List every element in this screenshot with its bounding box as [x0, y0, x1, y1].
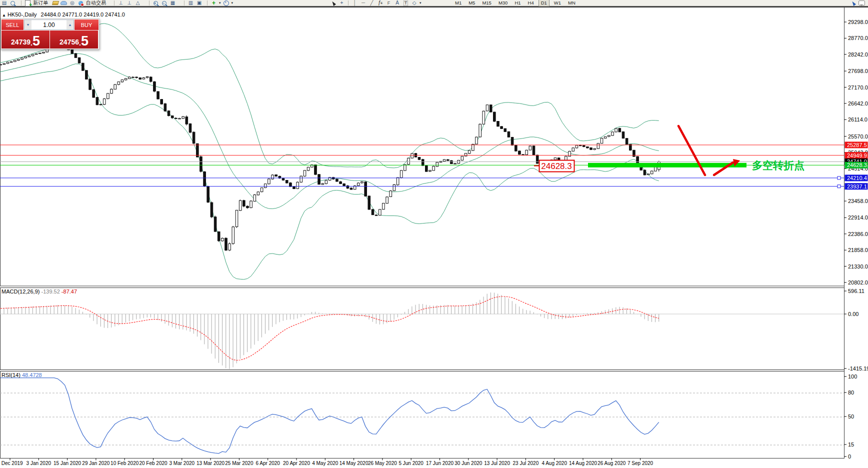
tile-windows-icon[interactable]: ▦ — [170, 0, 176, 6]
new-order-label[interactable]: 新订单 — [33, 0, 48, 6]
date-tick-label: 15 Jan 2020 — [54, 460, 81, 466]
separator — [348, 0, 348, 6]
price-axis: 29298.028770.028242.027698.027170.026642… — [844, 19, 868, 286]
date-tick-label: 3 Jan 2020 — [26, 460, 52, 466]
chart-shift-icon[interactable]: ⊥ — [118, 0, 124, 6]
price-marker-label: 25287.5 — [847, 142, 867, 148]
toolbar-group-zoom: + − ▦ — [148, 0, 176, 6]
timeframe-button-H1[interactable]: H1 — [512, 0, 523, 6]
date-tick-label: 4 May 2020 — [312, 460, 338, 466]
date-tick-label: 30 Jun 2020 — [454, 460, 482, 466]
toolbar: ▤ 新订单 ◎ 自动交易 ⊥ ⊥ △ + − ▦ ▥ — [0, 0, 868, 7]
toolbar-group-chartmode: ⊥ ⊥ △ — [113, 0, 141, 6]
text-label-icon[interactable]: T — [402, 0, 409, 6]
collapse-triangle-icon[interactable]: ▲ — [2, 13, 6, 18]
date-tick-label: 25 Mar 2020 — [225, 460, 254, 466]
bid-price[interactable]: 24739.5 — [2, 30, 50, 48]
date-tick-label: 29 Jan 2020 — [82, 460, 110, 466]
trendline-icon[interactable]: ╱ — [368, 0, 375, 6]
chevron-down-icon[interactable]: ▾ — [219, 1, 221, 5]
zoom-in-icon[interactable]: + — [152, 0, 159, 6]
scale-fix-icon[interactable]: △ — [134, 0, 141, 6]
volume-input[interactable]: 1.00 — [32, 20, 66, 30]
timeframe-button-W1[interactable]: W1 — [552, 0, 564, 6]
chevron-down-icon[interactable]: ▾ — [420, 1, 422, 5]
separator — [207, 0, 208, 6]
toolbar-group-order: 新订单 — [20, 0, 48, 6]
support-zone-bar[interactable] — [588, 163, 746, 168]
chart-window-icon[interactable]: ▥ — [188, 0, 194, 6]
price-marker-label: 23937.1 — [847, 184, 867, 190]
ohlc-values: 24484.0 24771.0 24419.0 24741.0 — [41, 12, 125, 18]
timeframe-button-M1[interactable]: M1 — [452, 0, 464, 6]
price-tick-label: 21858.0 — [848, 247, 868, 253]
equidistant-channel-icon[interactable]: ƒE — [377, 0, 384, 6]
toolbar-group-indicators: + ▾ ▾ — [206, 0, 233, 6]
price-box-annotation: 24628.3 — [534, 160, 574, 172]
ask-int: 24756 — [60, 37, 79, 47]
zoom-out-icon[interactable]: − — [161, 0, 168, 6]
charts-list-icon[interactable]: ▤ — [1, 0, 8, 6]
chat-icon[interactable] — [858, 0, 865, 6]
sell-button[interactable]: SELL — [2, 20, 24, 30]
timeframe-button-H4[interactable]: H4 — [526, 0, 536, 6]
price-tick-label: 21330.0 — [848, 264, 868, 270]
cn-note-layer: 多空转折点 — [752, 160, 804, 172]
price-tick-label: 29298.0 — [848, 19, 868, 25]
market-watch-icon[interactable] — [10, 0, 16, 6]
one-click-trade-panel: SELL ▼ 1.00 ▲ BUY 24739.5 24756.5 — [0, 18, 100, 50]
symbol-period-label: HK50-,Daily — [8, 12, 37, 18]
new-order-icon[interactable] — [24, 0, 31, 6]
volume-spinner: ▼ 1.00 ▲ — [24, 20, 74, 30]
signal-icon[interactable]: ◎ — [69, 0, 76, 6]
autotrade-icon[interactable] — [78, 0, 84, 6]
vertical-line-icon[interactable]: │ — [352, 0, 358, 6]
buy-button[interactable]: BUY — [74, 20, 98, 30]
cursor-icon[interactable] — [330, 0, 336, 6]
hline-handle[interactable] — [838, 185, 840, 188]
toolbar-group-drawing: + │ ─ ╱ ƒE F A T ◇ ▾ — [330, 0, 422, 6]
date-tick-label: 14 May 2020 — [340, 460, 368, 466]
cloud-icon[interactable] — [60, 0, 67, 6]
rsi-axis-label: 15 — [848, 442, 854, 448]
bid-dec: 5 — [32, 35, 40, 47]
hline-handle[interactable] — [838, 176, 840, 180]
price-tick-label: 26114.0 — [848, 116, 868, 122]
add-indicator-icon[interactable]: + — [210, 0, 217, 6]
green-support-bar — [588, 163, 746, 168]
rsi-axis-label: 0 — [848, 454, 851, 460]
crosshair-icon[interactable]: + — [338, 0, 345, 6]
macd-axis-label: -1415.19 — [848, 366, 868, 372]
date-axis: 9 Dec 20193 Jan 202015 Jan 202029 Jan 20… — [0, 458, 654, 466]
chart-canvas[interactable]: 24628.3多空转折点29298.028770.028242.027698.0… — [0, 0, 868, 468]
period-clock-icon[interactable] — [223, 0, 230, 6]
gold-icon[interactable] — [52, 0, 58, 6]
autotrade-label[interactable]: 自动交易 — [86, 0, 106, 6]
date-tick-label: 3 Mar 2020 — [170, 460, 195, 466]
rsi-label: RSI(14) 48.4728 — [2, 372, 42, 378]
text-tool-icon[interactable]: A — [394, 0, 400, 6]
date-tick-label: 26 Aug 2020 — [598, 460, 626, 466]
timeframe-button-M5[interactable]: M5 — [466, 0, 478, 6]
price-tick-label: 26642.0 — [848, 100, 868, 106]
timeframe-button-M30[interactable]: M30 — [496, 0, 510, 6]
price-tick-label: 25570.0 — [848, 134, 868, 140]
chart-window-add-icon[interactable]: ▣ — [196, 0, 202, 6]
search-pointer-icon[interactable] — [850, 0, 856, 6]
timeframe-button-MN[interactable]: MN — [566, 0, 578, 6]
timeframe-toolbar: M1M5M15M30H1H4D1W1MN — [452, 0, 578, 6]
chevron-down-icon[interactable]: ▾ — [232, 1, 234, 5]
date-tick-label: 5 Jun 2020 — [398, 460, 424, 466]
price-marker-label: 24628.3 — [847, 162, 867, 168]
shapes-icon[interactable]: ◇ — [411, 0, 418, 6]
autoscroll-icon[interactable]: ⊥ — [126, 0, 132, 6]
date-tick-label: 17 Jun 2020 — [426, 460, 454, 466]
volume-down-button[interactable]: ▼ — [24, 20, 32, 30]
timeframe-button-M15[interactable]: M15 — [480, 0, 494, 6]
horizontal-line-icon[interactable]: ─ — [360, 0, 366, 6]
fibonacci-icon[interactable]: F — [386, 0, 392, 6]
timeframe-button-D1[interactable]: D1 — [538, 0, 550, 6]
ask-price[interactable]: 24756.5 — [50, 30, 98, 48]
volume-up-button[interactable]: ▲ — [66, 20, 74, 30]
macd-axis-label: 0.00 — [848, 311, 858, 317]
